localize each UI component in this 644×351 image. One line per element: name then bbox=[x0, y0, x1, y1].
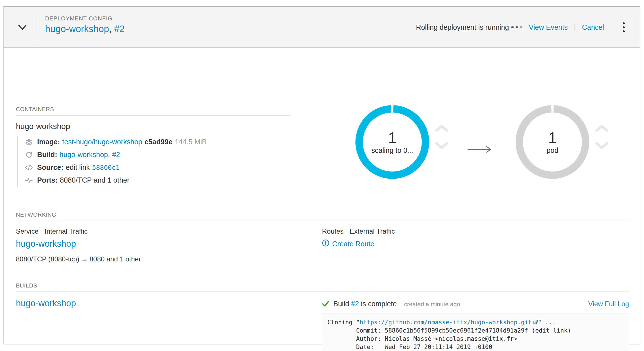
panel-body: CONTAINERS hugo-workshop Image: test-hug… bbox=[4, 48, 640, 344]
title-separator: , bbox=[109, 24, 112, 34]
containers-section-label: CONTAINERS bbox=[16, 106, 54, 113]
ports-text: 8080/TCP and 1 other bbox=[60, 176, 130, 184]
deployment-donut-new: 1 pod bbox=[515, 105, 590, 179]
source-text: edit link bbox=[66, 163, 90, 172]
header-actions: Rolling deployment is running View Event… bbox=[416, 7, 627, 48]
build-status-row: Build #2 is complete created a minute ag… bbox=[322, 299, 629, 308]
build-log-box[interactable]: Cloning "https://github.com/nmasse-itix/… bbox=[322, 314, 629, 351]
service-title: Service - Internal Traffic bbox=[16, 227, 88, 235]
build-status-pre: Build bbox=[333, 300, 349, 308]
scale-down-icon[interactable] bbox=[434, 141, 449, 150]
image-label: Image: bbox=[37, 138, 60, 146]
scale-up-icon[interactable] bbox=[594, 124, 609, 133]
image-hash: c5ad99e bbox=[145, 138, 173, 146]
header-divider bbox=[34, 15, 34, 40]
panel-header: DEPLOYMENT CONFIG hugo-workshop, #2 Roll… bbox=[4, 7, 640, 48]
kebab-menu-icon[interactable] bbox=[620, 20, 627, 34]
collapse-chevron-icon[interactable] bbox=[17, 23, 28, 32]
resource-kind-label: DEPLOYMENT CONFIG bbox=[45, 15, 125, 22]
old-pod-status: scaling to 0... bbox=[371, 146, 413, 155]
service-ports-pre: 8080/TCP (8080-tcp) bbox=[16, 255, 79, 263]
cancel-deployment-link[interactable]: Cancel bbox=[582, 23, 604, 31]
new-pod-count: 1 bbox=[548, 130, 557, 145]
check-icon bbox=[322, 300, 329, 308]
build-status-text: Build #2 is complete bbox=[333, 300, 397, 308]
build-status-post: is complete bbox=[361, 300, 397, 308]
view-full-log-link[interactable]: View Full Log bbox=[588, 300, 629, 308]
new-pod-label: pod bbox=[546, 146, 558, 155]
deployment-version-link[interactable]: #2 bbox=[114, 24, 125, 34]
container-name: hugo-workshop bbox=[16, 122, 70, 131]
old-pod-count: 1 bbox=[388, 130, 397, 145]
git-repo-link[interactable]: https://github.com/nmasse-itix/hugo-work… bbox=[360, 319, 532, 326]
image-link[interactable]: test-hugo/hugo-workshop bbox=[62, 138, 142, 146]
external-link-icon bbox=[533, 319, 538, 327]
builds-section-label: BUILDS bbox=[16, 282, 37, 289]
scale-controls-old bbox=[434, 124, 449, 150]
source-label: Source: bbox=[37, 163, 63, 172]
create-route-link[interactable]: Create Route bbox=[322, 239, 374, 248]
image-row: Image: test-hugo/hugo-workshop c5ad99e 1… bbox=[25, 136, 207, 148]
code-icon bbox=[25, 164, 33, 171]
log-line3: Author: Nicolas Massé <nicolas.masse@iti… bbox=[327, 335, 517, 342]
networking-section-label: NETWORKING bbox=[16, 212, 56, 218]
scale-controls-new bbox=[594, 124, 609, 150]
view-events-link[interactable]: View Events bbox=[529, 23, 568, 31]
ports-row: Ports: 8080/TCP and 1 other bbox=[25, 174, 207, 187]
deployment-donut-old: 1 scaling to 0... bbox=[355, 105, 430, 179]
scale-up-icon[interactable] bbox=[434, 124, 449, 133]
deployment-config-link[interactable]: hugo-workshop bbox=[45, 24, 109, 34]
rollout-arrow-icon bbox=[467, 145, 493, 155]
deployment-config-screen: DEPLOYMENT CONFIG hugo-workshop, #2 Roll… bbox=[0, 0, 644, 351]
build-created-time: created a minute ago bbox=[404, 301, 460, 308]
log-line1-post: " ... bbox=[538, 319, 556, 326]
rebuild-icon bbox=[25, 151, 33, 158]
page-title: hugo-workshop, #2 bbox=[45, 24, 125, 34]
builds-rule bbox=[16, 291, 629, 292]
image-size: 144.5 MiB bbox=[175, 138, 207, 146]
build-config-link[interactable]: hugo-workshop bbox=[16, 298, 76, 308]
scale-down-icon[interactable] bbox=[594, 141, 609, 150]
service-ports-post: 8080 and 1 other bbox=[90, 255, 141, 263]
source-commit-link[interactable]: 58860c1 bbox=[92, 164, 120, 171]
containers-rule bbox=[16, 115, 290, 116]
build-number-link[interactable]: #2 bbox=[351, 300, 359, 308]
build-link[interactable]: hugo-workshop bbox=[60, 151, 108, 159]
service-link[interactable]: hugo-workshop bbox=[16, 239, 76, 249]
ports-label: Ports: bbox=[37, 176, 58, 184]
layers-icon bbox=[25, 138, 33, 146]
pulse-icon bbox=[25, 177, 33, 183]
build-separator: , bbox=[108, 151, 110, 159]
deployment-status-text: Rolling deployment is running bbox=[416, 23, 509, 31]
progress-ellipsis-icon bbox=[511, 26, 522, 28]
build-label: Build: bbox=[37, 151, 57, 159]
ports-arrow-icon: → bbox=[79, 255, 90, 263]
create-route-label: Create Route bbox=[332, 240, 374, 248]
build-version-link[interactable]: #2 bbox=[112, 151, 120, 159]
plus-circle-icon bbox=[322, 239, 329, 248]
header-titles: DEPLOYMENT CONFIG hugo-workshop, #2 bbox=[45, 15, 125, 34]
source-row: Source: edit link 58860c1 bbox=[25, 161, 207, 174]
actions-separator: | bbox=[574, 23, 576, 31]
networking-rule bbox=[16, 221, 629, 221]
routes-title: Routes - External Traffic bbox=[322, 227, 395, 235]
log-line4: Date: Wed Feb 27 20:11:14 2019 +0100 bbox=[327, 344, 492, 350]
log-line1-pre: Cloning " bbox=[327, 319, 360, 326]
build-row: Build: hugo-workshop, #2 bbox=[25, 148, 207, 161]
container-detail-list: Image: test-hugo/hugo-workshop c5ad99e 1… bbox=[17, 136, 207, 187]
service-ports-line: 8080/TCP (8080-tcp)→8080 and 1 other bbox=[16, 255, 141, 263]
log-line2: Commit: 58860c1b56f5899cb50ec6961f2e4718… bbox=[327, 327, 571, 334]
deployment-config-panel: DEPLOYMENT CONFIG hugo-workshop, #2 Roll… bbox=[3, 6, 640, 344]
